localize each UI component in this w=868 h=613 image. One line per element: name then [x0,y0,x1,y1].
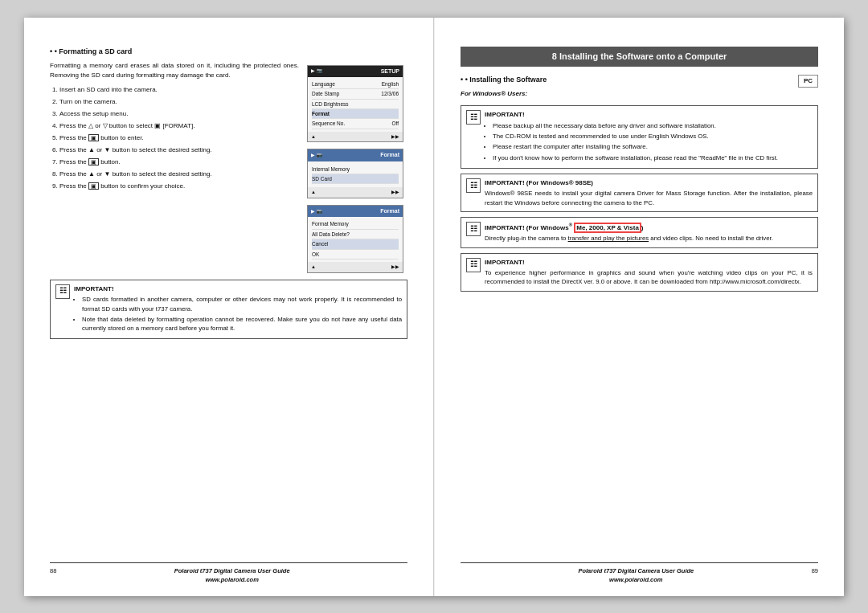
important-text-2: Windows® 98SE needs to install your digi… [485,189,813,207]
left-footer: 88 Polaroid t737 Digital Camera User Gui… [50,562,407,585]
cam-screen-format2: ▶ 📷 Format Format Memory All Data Delete… [307,205,403,273]
left-footer-title: Polaroid t737 Digital Camera User Guide … [174,567,290,585]
important-label-1: IMPORTANT! [485,110,813,120]
cam-screen-format1: ▶ 📷 Format Internal Memory SD Card ▲▶▶ [307,149,403,198]
left-section-title: • Formatting a SD card [50,47,407,57]
right-footer: Polaroid t737 Digital Camera User Guide … [461,562,818,585]
important-label: IMPORTANT! [74,284,402,294]
step-9: Press the ▣ button to confirm your choic… [59,182,299,191]
right-page: 8 Installing the Software onto a Compute… [434,18,844,596]
important-bullet-2: Note that data deleted by formatting ope… [82,315,402,333]
right-important-box-1: ☷ IMPORTANT! Please backup all the neces… [461,105,818,169]
step-6: Press the ▲ or ▼ button to select the de… [59,145,299,155]
left-page: • Formatting a SD card Formatting a memo… [24,18,434,596]
important-icon-4: ☷ [466,258,481,272]
important-icon-2: ☷ [466,178,481,193]
step-5: Press the ▣ button to enter. [59,133,299,143]
right-bullet-1: Please backup all the necessary data bef… [493,121,813,130]
left-intro-text: Formatting a memory card erases all data… [50,61,299,80]
important-content-4: IMPORTANT! To experience higher performa… [485,258,813,287]
step-2: Turn on the camera. [59,97,299,107]
important-content-2: IMPORTANT! (For Windows® 98SE) Windows® … [485,178,813,207]
step-8: Press the ▲ or ▼ button to select the de… [59,170,299,179]
right-bullet-4: If you don't know how to perform the sof… [493,153,813,162]
important-label-2: IMPORTANT! (For Windows® 98SE) [485,178,813,188]
right-footer-title: Polaroid t737 Digital Camera User Guide … [578,567,694,585]
important-content-3: IMPORTANT! (For Windows® Me, 2000, XP & … [485,222,813,243]
steps-list: Insert an SD card into the camera. Turn … [59,85,299,191]
important-bullets-list: SD cards formatted in another camera, co… [82,295,402,333]
for-windows-label: For Windows® Users: [461,89,818,99]
chapter-header: 8 Installing the Software onto a Compute… [461,47,818,67]
right-bullet-2: The CD-ROM is tested and recommended to … [493,132,813,141]
left-important-box: ☷ IMPORTANT! SD cards formatted in anoth… [50,280,407,340]
pc-badge: PC [798,75,818,88]
right-important-box-2: ☷ IMPORTANT! (For Windows® 98SE) Windows… [461,174,818,212]
important-text-4: To experience higher performance in grap… [485,268,813,287]
step-3: Access the setup menu. [59,109,299,119]
important-icon: ☷ [55,284,70,299]
important-label-4: IMPORTANT! [485,258,813,268]
step-4: Press the △ or ▽ button to select ▣ [FOR… [59,121,299,131]
cam-screen-setup: ▶ 📷 SETUP LanguageEnglish Date Stamp12/3… [307,65,403,143]
book-spread: • Formatting a SD card Formatting a memo… [24,18,844,596]
left-page-number: 88 [50,567,56,585]
step-7: Press the ▣ button. [59,157,299,167]
important-bullet-1: SD cards formatted in another camera, co… [82,295,402,313]
important-label-3: IMPORTANT! (For Windows® Me, 2000, XP & … [485,222,813,232]
step-1: Insert an SD card into the camera. [59,85,299,95]
important-icon-1: ☷ [466,110,481,125]
right-important-box-3: ☷ IMPORTANT! (For Windows® Me, 2000, XP … [461,217,818,248]
important-content-1: IMPORTANT! Please backup all the necessa… [485,110,813,164]
important-text-3: Directly plug-in the camera to transfer … [485,234,813,243]
right-important-box-4: ☷ IMPORTANT! To experience higher perfor… [461,253,818,292]
right-bullet-3: Please restart the computer after instal… [493,142,813,151]
important-icon-3: ☷ [466,222,481,236]
right-section-title: • Installing the Software [461,75,818,85]
important-bullets-1: Please backup all the necessary data bef… [493,121,813,162]
important-content: IMPORTANT! SD cards formatted in another… [74,284,402,335]
right-page-number: 89 [812,567,818,585]
